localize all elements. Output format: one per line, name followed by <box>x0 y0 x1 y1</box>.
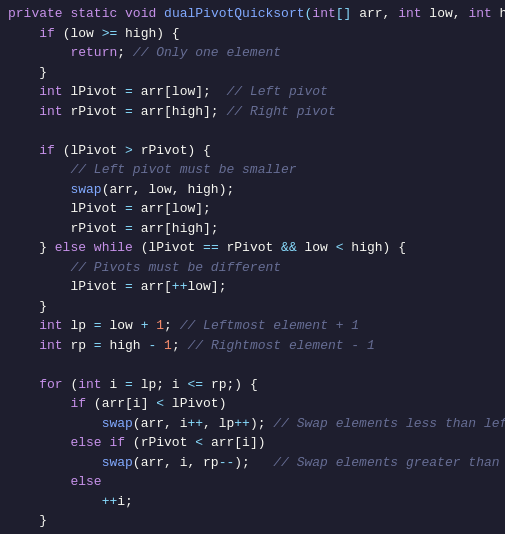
code-line: int rPivot = arr[high]; // Right pivot <box>0 102 505 122</box>
code-line: if (arr[i] < lPivot) <box>0 394 505 414</box>
code-line: } else while (lPivot == rPivot && low < … <box>0 238 505 258</box>
code-line: } <box>0 511 505 531</box>
code-line: rPivot = arr[high]; <box>0 219 505 239</box>
code-line: private static void dualPivotQuicksort(i… <box>0 4 505 24</box>
code-line: } <box>0 297 505 317</box>
code-line: // Pivots must be different <box>0 258 505 278</box>
code-container: private static void dualPivotQuicksort(i… <box>0 0 505 534</box>
code-line: ++i; <box>0 492 505 512</box>
code-line: lPivot = arr[low]; <box>0 199 505 219</box>
code-line: } <box>0 63 505 83</box>
code-line: swap(arr, low, --lp); // lp now points t… <box>0 531 505 535</box>
code-line: swap(arr, i, rp--); // Swap elements gre… <box>0 453 505 473</box>
code-line: int rp = high - 1; // Rightmost element … <box>0 336 505 356</box>
code-line: int lPivot = arr[low]; // Left pivot <box>0 82 505 102</box>
code-line: else <box>0 472 505 492</box>
code-line: else if (rPivot < arr[i]) <box>0 433 505 453</box>
code-line: if (low >= high) { <box>0 24 505 44</box>
code-line: return; // Only one element <box>0 43 505 63</box>
code-line <box>0 355 505 375</box>
code-line: if (lPivot > rPivot) { <box>0 141 505 161</box>
code-line <box>0 121 505 141</box>
code-line: // Left pivot must be smaller <box>0 160 505 180</box>
code-line: swap(arr, low, high); <box>0 180 505 200</box>
code-line: swap(arr, i++, lp++); // Swap elements l… <box>0 414 505 434</box>
code-line: int lp = low + 1; // Leftmost element + … <box>0 316 505 336</box>
code-line: lPivot = arr[++low]; <box>0 277 505 297</box>
code-line: for (int i = lp; i <= rp;) { <box>0 375 505 395</box>
